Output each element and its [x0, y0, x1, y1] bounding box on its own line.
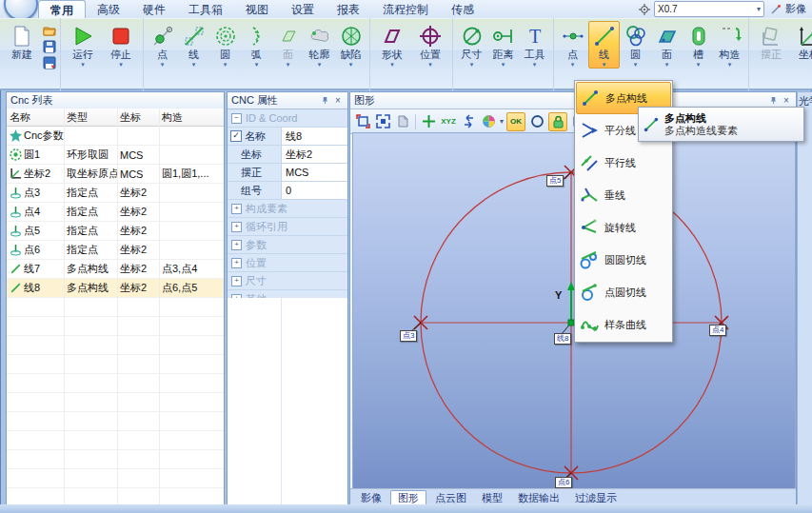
property-row[interactable]: 坐标 坐标2 [228, 146, 347, 164]
construct-point-button[interactable]: 点 ▾ [557, 21, 588, 69]
table-header-row[interactable]: 名称 类型 坐标 构造 [7, 109, 224, 127]
expand-icon[interactable]: + [231, 276, 242, 286]
name-checkbox[interactable]: ✓ [230, 130, 242, 142]
table-row[interactable]: 点6 指定点 坐标2 [7, 241, 224, 260]
feature-defect-button[interactable]: 缺陷 ▾ [335, 21, 366, 69]
pin-icon[interactable] [319, 95, 330, 107]
position-tolerance-button[interactable]: 位置 ▾ [411, 21, 449, 69]
save-icon[interactable] [42, 39, 57, 54]
section-loop-ref[interactable]: +循环引用 [228, 218, 347, 236]
construct-build-button[interactable]: 构造 ▾ [714, 21, 745, 69]
expand-icon[interactable]: + [231, 240, 242, 250]
dimension-size-button[interactable]: 尺寸 ▾ [456, 21, 487, 69]
column-header-name[interactable]: 名称 [7, 110, 64, 125]
tab-graphics[interactable]: 图形 [390, 490, 426, 505]
feature-line-button[interactable]: 线 ▾ [178, 21, 209, 69]
crosshair-plus-icon[interactable] [420, 113, 437, 130]
construct-circle-button[interactable]: 圆 ▾ [620, 21, 651, 69]
table-row[interactable]: 坐标2 取坐标原点 MCS 圆1,圆1,... [7, 165, 224, 184]
save-as-icon[interactable] [42, 55, 57, 70]
swap-arrows-icon[interactable] [460, 113, 477, 130]
lock-icon[interactable] [548, 112, 567, 131]
section-components[interactable]: +构成要素 [228, 200, 347, 218]
tab-chuangan[interactable]: 传感 [440, 0, 485, 18]
expand-icon[interactable]: + [231, 258, 242, 268]
property-value[interactable]: MCS [281, 164, 347, 181]
dimension-tool-button[interactable]: T 工具 ▾ [519, 21, 550, 69]
tab-changyong[interactable]: 常用 [38, 0, 86, 18]
align-button[interactable]: 摆正 [752, 21, 790, 62]
point4-label[interactable]: 点4 [709, 325, 726, 336]
rotate-view-icon[interactable] [394, 113, 411, 130]
close-icon[interactable]: × [781, 95, 792, 107]
section-id-coord[interactable]: − ID & Coord [228, 109, 347, 128]
optical-side-tab[interactable]: 光学 [797, 91, 812, 506]
tab-shitu[interactable]: 视图 [234, 0, 280, 18]
section-position[interactable]: +位置 [228, 254, 347, 272]
tab-gongjuxiang[interactable]: 工具箱 [177, 0, 234, 18]
xyz-coordinates-icon[interactable]: XYZ [440, 113, 457, 130]
feature-contour-button[interactable]: 轮廓 ▾ [304, 21, 335, 69]
table-row-selected[interactable]: 线8 多点构线 坐标2 点6,点5 [7, 279, 224, 298]
section-params[interactable]: +参数 [228, 236, 347, 254]
construct-plane-button[interactable]: 面 ▾ [651, 21, 683, 69]
run-button[interactable]: 运行 ▾ [64, 21, 102, 69]
ok-confirm-button[interactable]: OK [506, 112, 525, 131]
pin-icon[interactable] [767, 95, 779, 107]
collapse-icon[interactable]: − [231, 113, 242, 124]
zoom-level-combobox[interactable]: X0.7 ▾ [654, 1, 764, 17]
feature-arc-button[interactable]: 弧 ▾ [241, 21, 272, 69]
tab-liuchengkongzhi[interactable]: 流程控制 [371, 0, 440, 18]
construct-slot-button[interactable]: 槽 ▾ [683, 21, 714, 69]
column-header-construct[interactable]: 构造 [159, 110, 224, 125]
point5-label[interactable]: 点5 [546, 175, 564, 187]
expand-icon[interactable]: + [231, 204, 242, 214]
tab-filterdisplay[interactable]: 过滤显示 [568, 491, 624, 505]
feature-plane-button[interactable]: 面 ▾ [272, 21, 304, 69]
feature-point-button[interactable]: 点 ▾ [147, 21, 178, 69]
chevron-down-icon[interactable]: ▾ [500, 117, 504, 126]
new-file-button[interactable]: 新建 [3, 21, 41, 62]
coordinate-button[interactable]: 坐标 [790, 21, 812, 62]
zoom-window-icon[interactable] [354, 113, 371, 130]
tab-baobiao[interactable]: 报表 [326, 0, 371, 18]
tab-image[interactable]: 影像 [354, 491, 388, 505]
property-value[interactable]: 0 [281, 182, 347, 199]
tab-pointcloud[interactable]: 点云图 [428, 491, 473, 505]
line8-label[interactable]: 线8 [554, 333, 571, 345]
column-header-type[interactable]: 类型 [64, 110, 117, 125]
tab-model[interactable]: 模型 [475, 491, 509, 505]
image-mode-label[interactable]: 影像 [785, 2, 806, 16]
close-icon[interactable]: × [332, 95, 344, 107]
table-row[interactable]: Cnc参数 [7, 127, 224, 146]
tab-yingjian[interactable]: 硬件 [131, 0, 177, 18]
expand-icon[interactable]: + [231, 222, 242, 232]
tab-shezhi[interactable]: 设置 [280, 0, 326, 18]
table-row[interactable]: 点5 指定点 坐标2 [7, 222, 224, 241]
construct-line-button[interactable]: 线 ▾ [588, 21, 620, 69]
table-row[interactable]: 点4 指定点 坐标2 [7, 203, 224, 222]
stop-button[interactable]: 停止 ▾ [102, 21, 140, 69]
table-row[interactable]: 点3 指定点 坐标2 [7, 184, 224, 203]
menu-item-circle-circle-tangent[interactable]: 圆圆切线 [576, 244, 671, 276]
table-row[interactable]: 圆1 环形取圆 MCS [7, 146, 224, 165]
feature-circle-button[interactable]: 圆 ▾ [209, 21, 241, 69]
point3-label[interactable]: 点3 [400, 330, 417, 342]
tab-gaoji[interactable]: 高级 [86, 0, 131, 18]
property-value[interactable]: 线8 [281, 128, 347, 145]
fit-view-icon[interactable] [374, 113, 391, 130]
shape-tolerance-button[interactable]: 形状 ▾ [373, 21, 411, 69]
property-row[interactable]: ✓ 名称 线8 [228, 128, 347, 146]
menu-item-rotated-line[interactable]: 旋转线 [576, 211, 671, 244]
property-row[interactable]: 组号 0 [228, 182, 347, 200]
menu-item-point-circle-tangent[interactable]: 点圆切线 [576, 276, 671, 308]
menu-item-perpendicular-line[interactable]: 垂线 [576, 179, 671, 211]
section-size[interactable]: +尺寸 [228, 272, 347, 290]
menu-item-parallel-line[interactable]: 平行线 [576, 147, 671, 179]
dimension-distance-button[interactable]: 距离 ▾ [487, 21, 519, 69]
menu-item-spline-curve[interactable]: 样条曲线 [576, 308, 671, 341]
circle-select-icon[interactable] [528, 113, 545, 130]
tab-dataoutput[interactable]: 数据输出 [511, 491, 566, 505]
open-folder-icon[interactable] [42, 23, 57, 38]
property-value[interactable]: 坐标2 [281, 146, 347, 163]
